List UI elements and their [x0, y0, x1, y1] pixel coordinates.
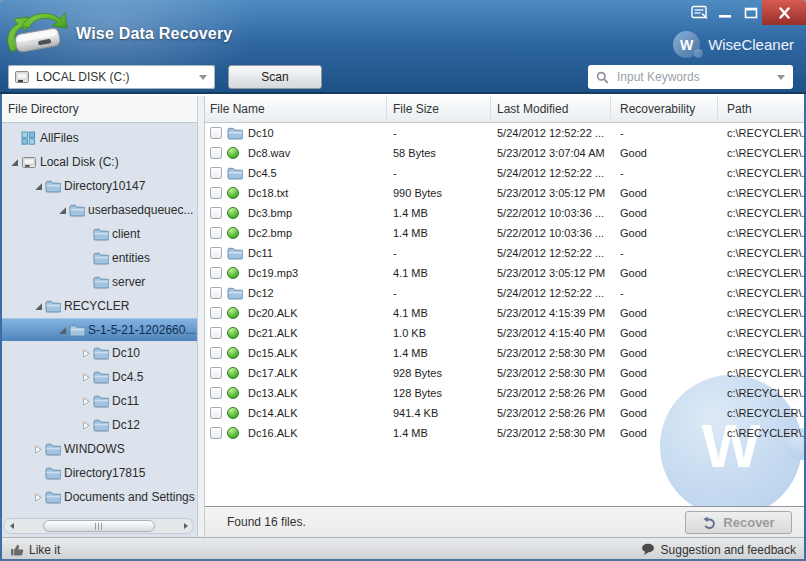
search-input[interactable] [615, 69, 771, 85]
file-size: 58 Bytes [387, 147, 491, 159]
column-header-file-size[interactable]: File Size [387, 96, 491, 122]
tree-collapsed-arrow-icon[interactable] [80, 373, 93, 382]
table-row[interactable]: Dc15.ALK1.4 MB5/23/2012 2:58:30 PMGoodc:… [205, 343, 806, 363]
row-checkbox[interactable] [210, 207, 222, 219]
table-row[interactable]: Dc10-5/24/2012 12:52:22 ...-c:\RECYCLER\… [205, 123, 806, 143]
table-row[interactable]: Dc4.5-5/24/2012 12:52:22 ...-c:\RECYCLER… [205, 163, 806, 183]
file-path: c:\RECYCLER\... [718, 347, 806, 359]
recover-button[interactable]: Recover [685, 511, 792, 534]
column-header-last-modified[interactable]: Last Modified [491, 96, 611, 122]
row-checkbox[interactable] [210, 327, 222, 339]
last-modified: 5/22/2012 10:03:36 ... [491, 227, 611, 239]
row-checkbox[interactable] [210, 267, 222, 279]
file-path: c:\RECYCLER\... [718, 187, 806, 199]
tree-item-directory10147[interactable]: Directory10147 [0, 174, 197, 198]
file-path: c:\RECYCLER\... [718, 307, 806, 319]
tree-item-dc12[interactable]: Dc12 [0, 413, 197, 437]
menu-button[interactable] [688, 4, 710, 21]
tree-expanded-arrow-icon[interactable] [56, 326, 69, 335]
column-header-path[interactable]: Path [718, 96, 806, 122]
status-bar: Found 16 files. Recover [205, 506, 806, 537]
scan-button-label: Scan [261, 70, 288, 84]
row-checkbox[interactable] [210, 247, 222, 259]
scroll-right-arrow-icon[interactable] [178, 519, 193, 533]
folder-icon [227, 247, 243, 260]
table-row[interactable]: Dc20.ALK4.1 MB5/23/2012 4:15:39 PMGoodc:… [205, 303, 806, 323]
tree-item-directory17815[interactable]: Directory17815 [0, 461, 197, 485]
tree-collapsed-arrow-icon[interactable] [32, 445, 45, 454]
tree-item-dc10[interactable]: Dc10 [0, 341, 197, 365]
close-button[interactable] [762, 0, 806, 25]
tree-expanded-arrow-icon[interactable] [32, 302, 45, 311]
table-row[interactable]: Dc21.ALK1.0 KB5/23/2012 4:15:40 PMGoodc:… [205, 323, 806, 343]
row-checkbox[interactable] [210, 287, 222, 299]
column-header-file-name[interactable]: File Name [205, 96, 387, 122]
table-row[interactable]: Dc8.wav58 Bytes5/23/2012 3:07:04 AMGoodc… [205, 143, 806, 163]
wisecleaner-brand[interactable]: W WiseCleaner [673, 31, 794, 58]
tree-expanded-arrow-icon[interactable] [56, 206, 69, 215]
table-row[interactable]: Dc12-5/24/2012 12:52:22 ...-c:\RECYCLER\… [205, 283, 806, 303]
chevron-down-icon [199, 75, 207, 80]
column-header-recoverability[interactable]: Recoverability [611, 96, 718, 122]
tree-expanded-arrow-icon[interactable] [8, 158, 21, 167]
scroll-left-arrow-icon[interactable] [4, 519, 19, 533]
row-checkbox[interactable] [210, 127, 222, 139]
tree-item-entities[interactable]: entities [0, 246, 197, 270]
table-row[interactable]: Dc13.ALK128 Bytes5/23/2012 2:58:26 PMGoo… [205, 383, 806, 403]
file-name: Dc4.5 [248, 167, 277, 179]
tree-item-allfiles[interactable]: AllFiles [0, 126, 197, 150]
scrollbar-thumb[interactable] [43, 520, 155, 532]
table-row[interactable]: Dc18.txt990 Bytes5/23/2012 3:05:12 PMGoo… [205, 183, 806, 203]
last-modified: 5/23/2012 2:58:26 PM [491, 387, 611, 399]
folder-icon [93, 395, 112, 408]
sidebar-horizontal-scrollbar[interactable] [3, 518, 194, 534]
file-size: - [387, 287, 491, 299]
sidebar-splitter[interactable] [197, 96, 205, 537]
tree-item-server[interactable]: server [0, 270, 197, 294]
tree-collapsed-arrow-icon[interactable] [80, 421, 93, 430]
last-modified: 5/24/2012 12:52:22 ... [491, 167, 611, 179]
tree-item-documents-and-settings[interactable]: Documents and Settings [0, 485, 197, 509]
table-row[interactable]: Dc14.ALK941.4 KB5/23/2012 2:58:26 PMGood… [205, 403, 806, 423]
row-checkbox[interactable] [210, 387, 222, 399]
row-checkbox[interactable] [210, 227, 222, 239]
scan-button[interactable]: Scan [228, 65, 322, 89]
recoverability-value: - [611, 247, 718, 259]
tree-item-client[interactable]: client [0, 222, 197, 246]
tree-item-s-1-5-21-1202660[interactable]: S-1-5-21-1202660... [0, 318, 197, 341]
table-row[interactable]: Dc16.ALK1.4 MB5/23/2012 2:58:30 PMGoodc:… [205, 423, 806, 443]
tree-item-dc11[interactable]: Dc11 [0, 389, 197, 413]
tree-item-local-disk-c[interactable]: Local Disk (C:) [0, 150, 197, 174]
row-checkbox[interactable] [210, 407, 222, 419]
table-row[interactable]: Dc2.bmp1.4 MB5/22/2012 10:03:36 ...Goodc… [205, 223, 806, 243]
search-chevron-down-icon [777, 75, 785, 80]
minimize-button[interactable] [714, 4, 736, 21]
row-checkbox[interactable] [210, 347, 222, 359]
tree-collapsed-arrow-icon[interactable] [32, 493, 45, 502]
drive-select-dropdown[interactable]: LOCAL DISK (C:) [8, 65, 215, 89]
tree-item-dc4-5[interactable]: Dc4.5 [0, 365, 197, 389]
tree-item-userbasedqueuec[interactable]: userbasedqueuec... [0, 198, 197, 222]
search-box[interactable] [588, 65, 793, 89]
suggestion-feedback-link[interactable]: Suggestion and feedback [641, 543, 796, 557]
row-checkbox[interactable] [210, 167, 222, 179]
tree-collapsed-arrow-icon[interactable] [80, 397, 93, 406]
tree-collapsed-arrow-icon[interactable] [80, 349, 93, 358]
table-row[interactable]: Dc3.bmp1.4 MB5/22/2012 10:03:36 ...Goodc… [205, 203, 806, 223]
tree-item-windows[interactable]: WINDOWS [0, 437, 197, 461]
disk-icon [21, 156, 40, 169]
table-row[interactable]: Dc19.mp34.1 MB5/23/2012 3:05:12 PMGoodc:… [205, 263, 806, 283]
table-row[interactable]: Dc11-5/24/2012 12:52:22 ...-c:\RECYCLER\… [205, 243, 806, 263]
row-checkbox[interactable] [210, 307, 222, 319]
like-it-link[interactable]: Like it [10, 543, 60, 557]
maximize-button[interactable] [740, 4, 762, 21]
wisecleaner-brand-label: WiseCleaner [708, 36, 794, 53]
table-row[interactable]: Dc17.ALK928 Bytes5/23/2012 2:58:30 PMGoo… [205, 363, 806, 383]
tree-expanded-arrow-icon[interactable] [32, 182, 45, 191]
tree-item-recycler[interactable]: RECYCLER [0, 294, 197, 318]
file-size: 1.4 MB [387, 427, 491, 439]
row-checkbox[interactable] [210, 427, 222, 439]
row-checkbox[interactable] [210, 187, 222, 199]
row-checkbox[interactable] [210, 147, 222, 159]
row-checkbox[interactable] [210, 367, 222, 379]
